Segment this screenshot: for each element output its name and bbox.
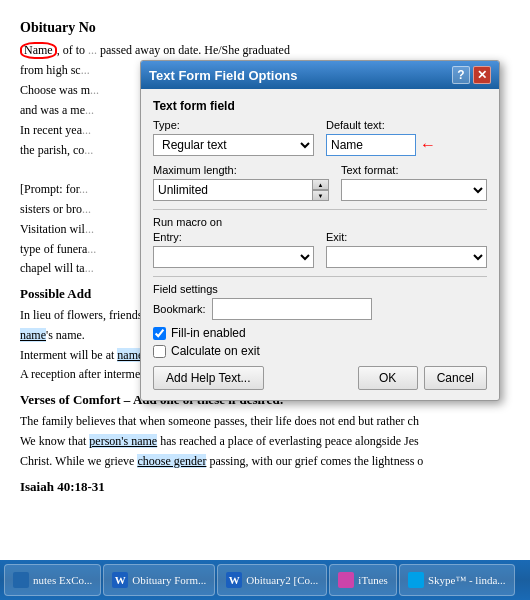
default-text-label: Default text: [326, 119, 487, 131]
doc-para-christ: Christ. While we grieve choose gender pa… [20, 453, 510, 470]
minutes-icon [13, 572, 29, 588]
default-text-input[interactable] [326, 134, 416, 156]
max-length-input[interactable] [153, 179, 313, 201]
max-length-input-row: ▲ ▼ [153, 179, 329, 201]
max-length-label: Maximum length: [153, 164, 329, 176]
dialog-title-buttons: ? ✕ [452, 66, 491, 84]
text-format-label: Text format: [341, 164, 487, 176]
ok-cancel-group: OK Cancel [358, 366, 487, 390]
doc-heading-obituary: Obituary No [20, 18, 510, 38]
fill-in-enabled-label: Fill-in enabled [171, 326, 246, 340]
dialog-body: Text form field Type: Regular text Defau… [141, 89, 499, 400]
max-length-spinner: ▲ ▼ [313, 179, 329, 201]
macro-section: Run macro on Entry: Exit: [153, 216, 487, 268]
word2-icon: W [226, 572, 242, 588]
field-settings-section: Field settings Bookmark: Fill-in enabled… [153, 283, 487, 358]
entry-select[interactable] [153, 246, 314, 268]
field-settings-label: Field settings [153, 283, 487, 295]
fillin-enabled-row: Fill-in enabled [153, 326, 487, 340]
dialog-maxlen-format-row: Maximum length: ▲ ▼ Text format: [153, 164, 487, 201]
cancel-button[interactable]: Cancel [424, 366, 487, 390]
taskbar-label-skype: Skype™ - linda... [428, 574, 506, 586]
type-input-row: Regular text [153, 134, 314, 156]
type-select[interactable]: Regular text [153, 134, 314, 156]
bookmark-row: Bookmark: [153, 298, 487, 320]
taskbar-btn-itunes[interactable]: iTunes [329, 564, 397, 596]
calculate-exit-row: Calculate on exit [153, 344, 487, 358]
word1-icon: W [112, 572, 128, 588]
macro-label: Run macro on [153, 216, 487, 228]
taskbar-btn-word2[interactable]: W Obituary2 [Co... [217, 564, 327, 596]
taskbar-label-word2: Obituary2 [Co... [246, 574, 318, 586]
text-format-select[interactable] [341, 179, 487, 201]
itunes-icon [338, 572, 354, 588]
red-arrow-indicator: ← [420, 136, 436, 154]
fill-in-enabled-checkbox[interactable] [153, 327, 166, 340]
bookmark-label: Bookmark: [153, 303, 206, 315]
skype-icon [408, 572, 424, 588]
name-highlight: name [20, 328, 46, 342]
calculate-on-exit-label: Calculate on exit [171, 344, 260, 358]
entry-input-row [153, 246, 314, 268]
dialog-type-default-row: Type: Regular text Default text: ← [153, 119, 487, 156]
dialog-close-button[interactable]: ✕ [473, 66, 491, 84]
exit-select[interactable] [326, 246, 487, 268]
taskbar-btn-minutes[interactable]: nutes ExCo... [4, 564, 101, 596]
taskbar-btn-skype[interactable]: Skype™ - linda... [399, 564, 515, 596]
entry-label: Entry: [153, 231, 314, 243]
taskbar-label-itunes: iTunes [358, 574, 388, 586]
taskbar-label-word1: Obituary Form... [132, 574, 206, 586]
separator-1 [153, 209, 487, 210]
dialog-section-label: Text form field [153, 99, 487, 113]
exit-col: Exit: [326, 231, 487, 268]
calculate-on-exit-checkbox[interactable] [153, 345, 166, 358]
dialog-maxlen-col: Maximum length: ▲ ▼ [153, 164, 329, 201]
text-form-field-dialog: Text Form Field Options ? ✕ Text form fi… [140, 60, 500, 401]
person-name-highlight: person's name [89, 434, 157, 448]
dialog-default-col: Default text: ← [326, 119, 487, 156]
spinner-up[interactable]: ▲ [313, 179, 329, 190]
dialog-title: Text Form Field Options [149, 68, 298, 83]
ok-button[interactable]: OK [358, 366, 418, 390]
separator-2 [153, 276, 487, 277]
taskbar: nutes ExCo... W Obituary Form... W Obitu… [0, 560, 530, 600]
exit-input-row [326, 246, 487, 268]
exit-label: Exit: [326, 231, 487, 243]
dialog-format-col: Text format: [341, 164, 487, 201]
macro-entry-exit-row: Entry: Exit: [153, 231, 487, 268]
entry-col: Entry: [153, 231, 314, 268]
type-label: Type: [153, 119, 314, 131]
doc-para-weknow: We know that person's name has reached a… [20, 433, 510, 450]
name-field-circled: Name [20, 42, 57, 59]
doc-para-family: The family believes that when someone pa… [20, 413, 510, 430]
add-help-text-button[interactable]: Add Help Text... [153, 366, 264, 390]
text-format-input-row [341, 179, 487, 201]
taskbar-btn-word1[interactable]: W Obituary Form... [103, 564, 215, 596]
doc-heading-isaiah: Isaiah 40:18-31 [20, 478, 510, 497]
dialog-help-button[interactable]: ? [452, 66, 470, 84]
dialog-type-col: Type: Regular text [153, 119, 314, 156]
dialog-bottom-row: Add Help Text... OK Cancel [153, 366, 487, 390]
default-text-row: ← [326, 134, 487, 156]
choose-gender-highlight: choose gender [137, 454, 206, 468]
taskbar-label-minutes: nutes ExCo... [33, 574, 92, 586]
spinner-down[interactable]: ▼ [313, 190, 329, 201]
dialog-titlebar: Text Form Field Options ? ✕ [141, 61, 499, 89]
bookmark-input[interactable] [212, 298, 372, 320]
doc-para-1: Name, of to ... passed away on date. He/… [20, 42, 510, 59]
